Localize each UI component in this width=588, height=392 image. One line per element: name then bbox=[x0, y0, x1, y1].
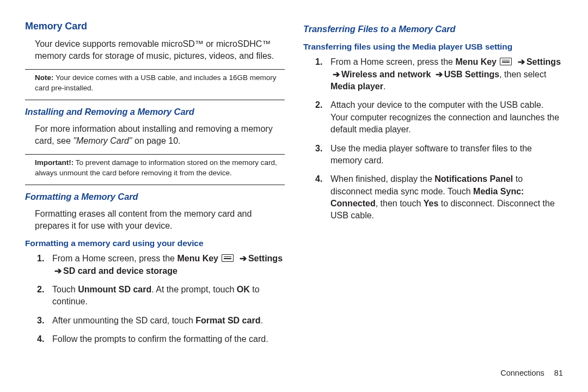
note-label: Note: bbox=[35, 74, 54, 82]
page-footer: Connections81 bbox=[500, 368, 563, 379]
menu-key-icon bbox=[500, 58, 512, 65]
divider bbox=[25, 154, 285, 155]
heading-install-remove: Installing and Removing a Memory Card bbox=[25, 106, 285, 118]
note-text: Your device comes with a USB cable, and … bbox=[35, 74, 276, 91]
divider bbox=[25, 69, 285, 70]
arrow-icon: ➔ bbox=[240, 254, 247, 263]
heading-transferring: Transferring Files to a Memory Card bbox=[303, 23, 563, 35]
install-text: For more information about installing an… bbox=[25, 123, 285, 146]
subheading-formatting-device: Formatting a memory card using your devi… bbox=[25, 238, 285, 249]
divider bbox=[25, 185, 285, 185]
list-item: When finished, display the Notifications… bbox=[315, 173, 563, 229]
formatting-steps: From a Home screen, press the Menu Key ➔… bbox=[25, 253, 285, 352]
left-column: Memory Card Your device supports removab… bbox=[25, 20, 285, 380]
important-label: Important!: bbox=[35, 158, 74, 167]
divider bbox=[25, 100, 285, 100]
right-column: Transferring Files to a Memory Card Tran… bbox=[303, 20, 563, 380]
note-box: Note: Your device comes with a USB cable… bbox=[25, 72, 285, 95]
transfer-steps: From a Home screen, press the Menu Key ➔… bbox=[303, 56, 563, 229]
list-item: From a Home screen, press the Menu Key ➔… bbox=[315, 56, 563, 99]
menu-key-icon bbox=[222, 254, 234, 262]
list-item: After unmounting the SD card, touch Form… bbox=[37, 315, 285, 333]
xref-memory-card: "Memory Card" bbox=[73, 136, 132, 145]
list-item: Touch Unmount SD card. At the prompt, to… bbox=[37, 284, 285, 315]
list-item: From a Home screen, press the Menu Key ➔… bbox=[37, 253, 285, 284]
arrow-icon: ➔ bbox=[436, 70, 443, 79]
intro-text: Your device supports removable microSD™ … bbox=[25, 38, 285, 62]
arrow-icon: ➔ bbox=[54, 266, 62, 275]
arrow-icon: ➔ bbox=[333, 70, 340, 79]
list-item: Use the media player software to transfe… bbox=[315, 143, 563, 174]
formatting-body: Formatting erases all content from the m… bbox=[25, 208, 285, 231]
arrow-icon: ➔ bbox=[518, 57, 525, 66]
footer-page-number: 81 bbox=[554, 369, 563, 377]
list-item: Follow the prompts to confirm the format… bbox=[37, 333, 285, 352]
important-box: Important!: To prevent damage to informa… bbox=[25, 157, 285, 180]
footer-section: Connections bbox=[500, 369, 544, 377]
page: Memory Card Your device supports removab… bbox=[0, 0, 588, 392]
menu-key-label: Menu Key bbox=[455, 57, 497, 66]
menu-key-label: Menu Key bbox=[177, 254, 218, 263]
subheading-media-player: Transferring files using the Media playe… bbox=[303, 41, 563, 53]
list-item: Attach your device to the computer with … bbox=[315, 99, 563, 142]
heading-memory-card: Memory Card bbox=[25, 20, 285, 33]
heading-formatting: Formatting a Memory Card bbox=[25, 191, 285, 203]
